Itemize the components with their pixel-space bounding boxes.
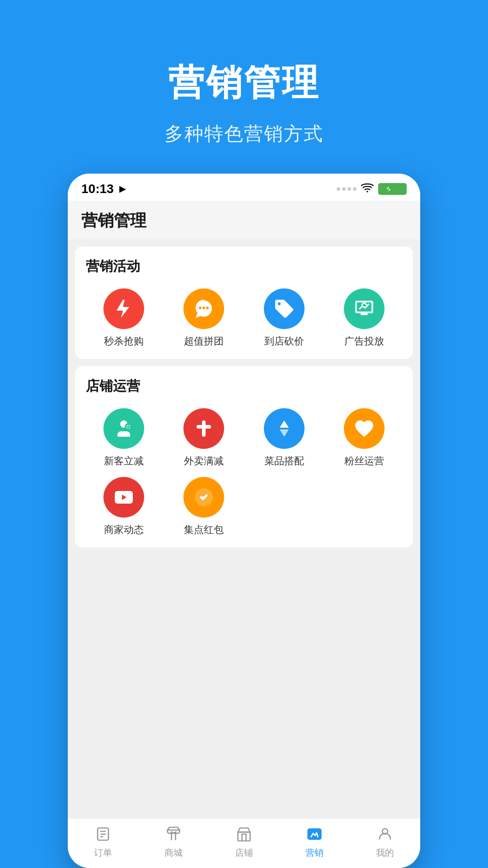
- status-icons: [337, 183, 407, 195]
- points-redpacket-icon-bg: [183, 477, 224, 518]
- delivery-discount-label: 外卖满减: [184, 454, 224, 468]
- store-discount-item[interactable]: 到店砍价: [246, 288, 322, 348]
- advertising-label: 广告投放: [344, 335, 384, 348]
- app-header-title: 营销管理: [81, 210, 407, 232]
- store-operations-title: 店铺运营: [86, 377, 402, 396]
- svg-point-5: [202, 307, 205, 309]
- delivery-discount-item[interactable]: 外卖满减: [166, 408, 242, 468]
- orders-icon: [93, 824, 113, 844]
- fan-ops-label: 粉丝运营: [344, 454, 384, 468]
- empty-item-2: [327, 477, 403, 537]
- signal-icon: [337, 187, 357, 191]
- group-buy-icon-bg: [183, 288, 224, 329]
- store-discount-label: 到店砍价: [264, 335, 304, 348]
- flash-sale-label: 秒杀抢购: [104, 335, 144, 348]
- mine-icon: [375, 824, 395, 844]
- nav-item-orders[interactable]: 订单: [68, 824, 138, 859]
- group-buy-item[interactable]: 超值拼团: [166, 288, 242, 348]
- svg-point-4: [199, 307, 202, 309]
- store-icon: [234, 824, 254, 844]
- merchant-updates-item[interactable]: 商家动态: [86, 477, 162, 537]
- app-header: 营销管理: [68, 201, 420, 239]
- orders-label: 订单: [94, 847, 112, 859]
- marketing-label: 营销: [305, 847, 324, 859]
- merchant-updates-icon-bg: [103, 477, 144, 518]
- nav-item-store[interactable]: 店铺: [209, 824, 279, 859]
- nav-item-marketing[interactable]: 营销: [279, 824, 350, 859]
- delivery-discount-icon-bg: [183, 408, 224, 449]
- marketing-activities-title: 营销活动: [86, 257, 402, 276]
- status-time: 10:13 ▶: [81, 182, 126, 196]
- flash-sale-icon-bg: [103, 288, 144, 329]
- svg-point-6: [206, 307, 209, 309]
- phone-mockup: 10:13 ▶: [68, 174, 420, 868]
- marketing-activities-card: 营销活动 秒杀抢购: [75, 246, 413, 359]
- shop-label: 商城: [164, 847, 183, 859]
- svg-point-0: [366, 191, 368, 193]
- advertising-icon-bg: [344, 288, 385, 329]
- fan-ops-icon-bg: [344, 408, 385, 449]
- store-operations-card: 店铺运营 新客立减: [75, 366, 413, 547]
- store-discount-icon-bg: [264, 288, 305, 329]
- app-content: 营销活动 秒杀抢购: [68, 239, 420, 818]
- new-customer-item[interactable]: 新客立减: [86, 408, 162, 468]
- food-combo-icon-bg: [264, 408, 305, 449]
- svg-rect-15: [197, 425, 211, 429]
- page-subtitle: 多种特色营销方式: [164, 121, 324, 146]
- nav-item-mine[interactable]: 我的: [350, 824, 420, 859]
- location-arrow-icon: ▶: [119, 184, 126, 194]
- svg-point-7: [278, 302, 281, 305]
- points-redpacket-item[interactable]: 集点红包: [166, 477, 242, 537]
- bottom-nav: 订单 商城 店铺: [68, 818, 420, 868]
- wifi-icon: [361, 183, 374, 195]
- points-redpacket-label: 集点红包: [184, 523, 224, 537]
- group-buy-label: 超值拼团: [184, 335, 224, 348]
- nav-item-shop[interactable]: 商城: [138, 824, 209, 859]
- flash-sale-item[interactable]: 秒杀抢购: [86, 288, 162, 348]
- page-main-title: 营销管理: [168, 59, 320, 108]
- marketing-activities-grid: 秒杀抢购 超值拼团: [86, 288, 402, 348]
- page-header: 营销管理 多种特色营销方式: [0, 0, 488, 174]
- empty-item-1: [246, 477, 322, 537]
- mine-label: 我的: [376, 847, 394, 859]
- shop-icon: [164, 824, 183, 844]
- svg-rect-11: [363, 311, 365, 315]
- merchant-updates-label: 商家动态: [104, 523, 144, 537]
- store-operations-grid: 新客立减 外卖满减: [86, 408, 402, 537]
- food-combo-label: 菜品搭配: [264, 454, 304, 468]
- new-customer-icon-bg: [103, 408, 144, 449]
- status-bar: 10:13 ▶: [68, 174, 420, 201]
- fan-ops-item[interactable]: 粉丝运营: [327, 408, 403, 468]
- new-customer-label: 新客立减: [104, 454, 144, 468]
- svg-rect-22: [238, 832, 250, 841]
- marketing-icon: [305, 824, 324, 844]
- battery-icon: [378, 183, 407, 195]
- store-label: 店铺: [235, 847, 253, 859]
- food-combo-item[interactable]: 菜品搭配: [246, 408, 322, 468]
- svg-rect-2: [396, 187, 398, 191]
- advertising-item[interactable]: 广告投放: [327, 288, 403, 348]
